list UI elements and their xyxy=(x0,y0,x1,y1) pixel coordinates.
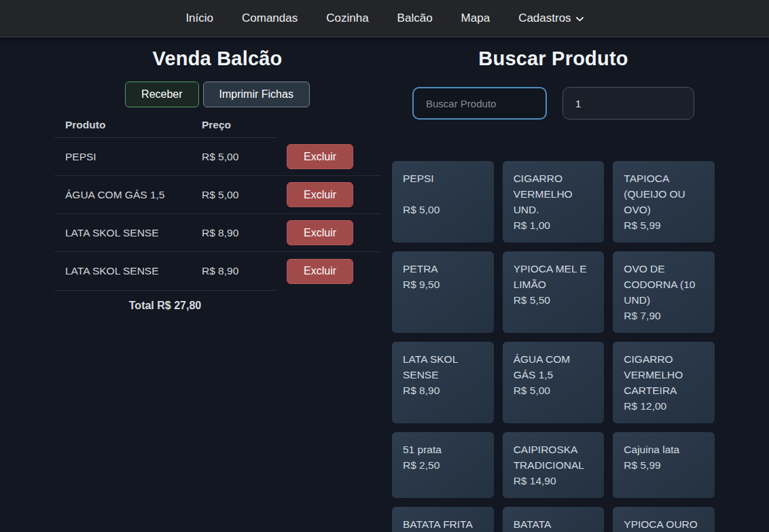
product-name: PETRA xyxy=(403,261,483,277)
nav-item-cozinha[interactable]: Cozinha xyxy=(326,12,368,25)
product-card[interactable]: OVO DE CODORNA (10 UND) R$ 7,90 xyxy=(613,251,715,333)
nav-item-label: Comandas xyxy=(242,12,298,25)
product-price: R$ 5,00 xyxy=(514,383,594,398)
excluir-button[interactable]: Excluir xyxy=(287,259,353,284)
product-grid: PEPSI R$ 5,00 CIGARRO VERMELHO UND. R$ 1… xyxy=(392,161,715,532)
table-row: LATA SKOL SENSE R$ 8,90 Excluir xyxy=(54,252,380,290)
venda-balcao-panel: Venda Balcão Receber Imprimir Fichas Pro… xyxy=(54,47,380,532)
product-card[interactable]: YPIOCA MEL E LIMÃO R$ 5,50 xyxy=(503,251,605,333)
product-name: CIGARRO VERMELHO UND. xyxy=(514,171,594,217)
nav-item-label: Início xyxy=(185,12,213,25)
product-price: R$ 5,50 xyxy=(514,292,594,308)
product-price: R$ 5,99 xyxy=(624,457,704,473)
product-price: R$ 8,90 xyxy=(403,383,483,398)
product-card[interactable]: 51 prata R$ 2,50 xyxy=(392,432,494,498)
nav-item-label: Cadastros xyxy=(518,12,571,25)
product-card[interactable]: PETRA R$ 9,50 xyxy=(392,251,494,333)
nav-item-inicio[interactable]: Início xyxy=(185,12,213,25)
product-price: R$ 1,00 xyxy=(514,217,594,233)
excluir-button[interactable]: Excluir xyxy=(287,182,353,207)
product-card[interactable]: Cajuina lata R$ 5,99 xyxy=(613,432,715,498)
product-card[interactable]: CAIPIROSKA TRADICIONAL R$ 14,90 xyxy=(503,432,605,498)
item-name: ÁGUA COM GÁS 1,5 xyxy=(54,189,202,201)
excluir-button[interactable]: Excluir xyxy=(287,220,353,245)
product-card[interactable]: LATA SKOL SENSE R$ 8,90 xyxy=(392,342,494,423)
product-card[interactable]: BATATA xyxy=(503,507,605,532)
product-name: TAPIOCA (QUEIJO OU OVO) xyxy=(624,171,704,217)
product-card[interactable]: TAPIOCA (QUEIJO OU OVO) R$ 5,99 xyxy=(613,161,715,243)
product-name: BATATA FRITA xyxy=(403,516,483,532)
product-name: 51 prata xyxy=(403,442,483,457)
table-row: ÁGUA COM GÁS 1,5 R$ 5,00 Excluir xyxy=(54,176,380,214)
product-price: R$ 14,90 xyxy=(514,473,594,489)
venda-balcao-title: Venda Balcão xyxy=(54,48,380,70)
product-name: CIGARRO VERMELHO CARTEIRA xyxy=(624,351,704,398)
column-header-produto: Produto xyxy=(54,119,202,131)
product-card[interactable]: CIGARRO VERMELHO UND. R$ 1,00 xyxy=(503,161,605,243)
nav-item-mapa[interactable]: Mapa xyxy=(461,12,490,25)
product-name: LATA SKOL SENSE xyxy=(403,351,483,383)
chevron-down-icon xyxy=(576,17,584,22)
item-name: LATA SKOL SENSE xyxy=(54,265,202,277)
item-name: LATA SKOL SENSE xyxy=(54,227,202,239)
table-header-row: Produto Preço xyxy=(54,110,380,138)
item-price: R$ 8,90 xyxy=(202,227,276,239)
imprimir-fichas-button[interactable]: Imprimir Fichas xyxy=(203,82,310,107)
column-header-action xyxy=(276,119,380,131)
item-price: R$ 5,00 xyxy=(202,151,276,163)
table-row: LATA SKOL SENSE R$ 8,90 Excluir xyxy=(54,214,380,252)
nav-item-balcao[interactable]: Balcão xyxy=(397,12,433,25)
excluir-button[interactable]: Excluir xyxy=(287,144,353,169)
nav-item-label: Mapa xyxy=(461,12,490,25)
product-card[interactable]: BATATA FRITA xyxy=(392,507,494,532)
table-row: PEPSI R$ 5,00 Excluir xyxy=(54,138,380,176)
total-row: Total R$ 27,80 xyxy=(54,290,380,321)
top-navbar: Início Comandas Cozinha Balcão Mapa Cada… xyxy=(0,0,769,37)
quantity-input[interactable] xyxy=(562,87,694,120)
nav-item-label: Balcão xyxy=(397,12,433,25)
product-price: R$ 12,00 xyxy=(624,398,704,414)
item-price: R$ 5,00 xyxy=(202,189,276,201)
product-name: YPIOCA MEL E LIMÃO xyxy=(514,261,594,292)
buscar-produto-title: Buscar Produto xyxy=(392,48,715,70)
main-content: Venda Balcão Receber Imprimir Fichas Pro… xyxy=(0,37,769,532)
product-price: R$ 9,50 xyxy=(403,277,483,292)
product-card[interactable]: PEPSI R$ 5,00 xyxy=(392,161,494,243)
product-name: PEPSI xyxy=(403,171,483,186)
item-name: PEPSI xyxy=(54,151,202,163)
product-name: BATATA xyxy=(514,516,594,532)
item-price: R$ 8,90 xyxy=(202,265,276,277)
column-header-preco: Preço xyxy=(202,119,276,131)
search-controls xyxy=(392,87,715,120)
sale-items-table: Produto Preço PEPSI R$ 5,00 Excluir ÁGUA… xyxy=(54,110,380,321)
product-price: R$ 5,99 xyxy=(624,217,704,233)
product-name: ÁGUA COM GÁS 1,5 xyxy=(514,351,594,383)
search-input[interactable] xyxy=(412,87,547,120)
product-name: Cajuina lata xyxy=(624,442,704,457)
product-price: R$ 7,90 xyxy=(624,308,704,323)
receber-button[interactable]: Receber xyxy=(125,82,198,107)
product-card[interactable]: ÁGUA COM GÁS 1,5 R$ 5,00 xyxy=(503,342,605,423)
sale-actions: Receber Imprimir Fichas xyxy=(54,82,380,107)
product-card[interactable]: YPIOCA OURO xyxy=(613,507,715,532)
product-price: R$ 2,50 xyxy=(403,457,483,473)
buscar-produto-panel: Buscar Produto PEPSI R$ 5,00 CIGARRO VER… xyxy=(392,47,715,532)
nav-item-comandas[interactable]: Comandas xyxy=(242,12,298,25)
product-price: R$ 5,00 xyxy=(403,202,483,217)
product-name: OVO DE CODORNA (10 UND) xyxy=(624,261,704,308)
product-card[interactable]: CIGARRO VERMELHO CARTEIRA R$ 12,00 xyxy=(613,342,715,423)
sale-total: Total R$ 27,80 xyxy=(54,290,276,321)
product-name: CAIPIROSKA TRADICIONAL xyxy=(514,442,594,473)
nav-item-label: Cozinha xyxy=(326,12,368,25)
nav-item-cadastros-dropdown[interactable]: Cadastros xyxy=(518,12,583,25)
product-name: YPIOCA OURO xyxy=(624,516,704,532)
